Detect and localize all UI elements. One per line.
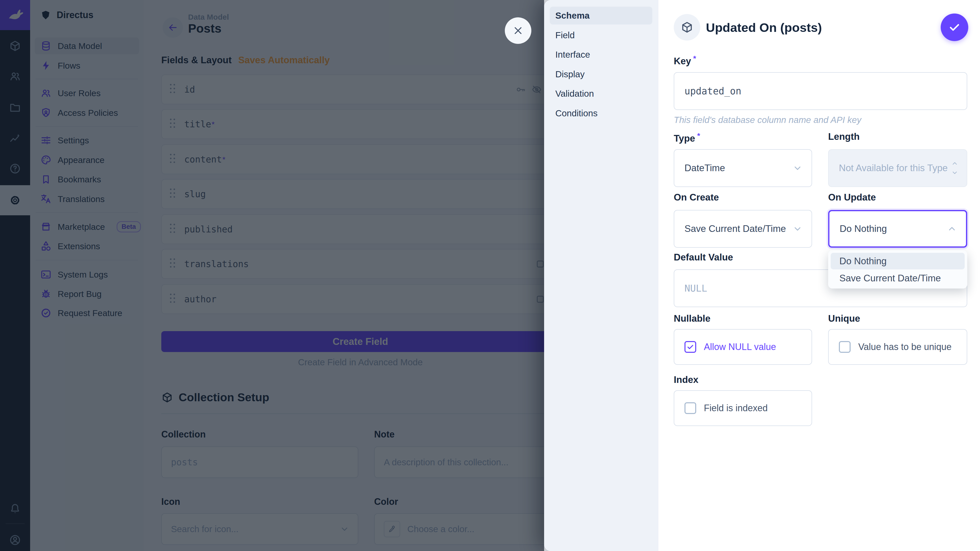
- on-create-label: On Create: [674, 192, 719, 203]
- nullable-label: Nullable: [674, 313, 711, 324]
- checkbox-unchecked-icon[interactable]: [684, 402, 696, 414]
- default-value-label: Default Value: [674, 252, 733, 263]
- chevron-down-icon: [792, 224, 803, 234]
- key-helper-text: This field's database column name and AP…: [674, 115, 861, 125]
- field-type-icon-button[interactable]: [674, 14, 700, 41]
- drawer-overlay[interactable]: [0, 0, 544, 551]
- chevron-down-icon: [792, 163, 803, 173]
- menu-option-do-nothing[interactable]: Do Nothing: [831, 253, 965, 269]
- on-create-select[interactable]: Save Current Date/Time: [674, 210, 812, 248]
- tab-display[interactable]: Display: [550, 65, 652, 83]
- key-input[interactable]: [674, 72, 967, 110]
- unique-label: Unique: [828, 313, 860, 324]
- menu-option-save-current[interactable]: Save Current Date/Time: [831, 270, 965, 286]
- nullable-checkbox-row[interactable]: Allow NULL value: [674, 329, 812, 365]
- key-input-field[interactable]: [684, 86, 956, 97]
- stepper-icons[interactable]: [950, 160, 959, 176]
- chevron-down-icon[interactable]: [950, 169, 959, 176]
- tab-validation[interactable]: Validation: [550, 85, 652, 103]
- required-marker: *: [697, 131, 700, 140]
- type-select[interactable]: DateTime: [674, 149, 812, 187]
- box-icon: [681, 21, 694, 34]
- save-button[interactable]: [941, 14, 968, 41]
- tab-field[interactable]: Field: [550, 26, 652, 44]
- checkbox-checked-icon[interactable]: [684, 341, 696, 353]
- index-checkbox-row[interactable]: Field is indexed: [674, 390, 812, 426]
- unique-checkbox-row[interactable]: Value has to be unique: [828, 329, 967, 365]
- on-update-select[interactable]: Do Nothing: [828, 210, 967, 248]
- close-icon: [512, 25, 524, 37]
- length-input-field: [839, 163, 956, 173]
- directus-app: Directus Data Model Flows User Roles Acc…: [0, 0, 980, 551]
- check-icon: [948, 21, 961, 34]
- tab-interface[interactable]: Interface: [550, 46, 652, 64]
- drawer-content: Updated On (posts) Key* This field's dat…: [659, 0, 980, 551]
- close-drawer-button[interactable]: [505, 17, 531, 44]
- type-label: Type*: [674, 131, 700, 144]
- length-label: Length: [828, 131, 859, 142]
- field-drawer: Schema Field Interface Display Validatio…: [544, 0, 980, 551]
- chevron-up-icon: [947, 224, 957, 234]
- on-update-label: On Update: [828, 192, 876, 203]
- key-label: Key*: [674, 54, 696, 67]
- chevron-up-icon[interactable]: [950, 160, 959, 167]
- length-input: [828, 149, 967, 187]
- tab-schema[interactable]: Schema: [550, 6, 652, 24]
- on-update-dropdown-menu: Do Nothing Save Current Date/Time: [828, 250, 967, 289]
- index-label: Index: [674, 375, 698, 385]
- drawer-title: Updated On (posts): [706, 21, 822, 35]
- tab-conditions[interactable]: Conditions: [550, 104, 652, 122]
- checkbox-unchecked-icon[interactable]: [839, 341, 851, 353]
- drawer-nav: Schema Field Interface Display Validatio…: [544, 0, 659, 551]
- required-marker: *: [693, 54, 696, 62]
